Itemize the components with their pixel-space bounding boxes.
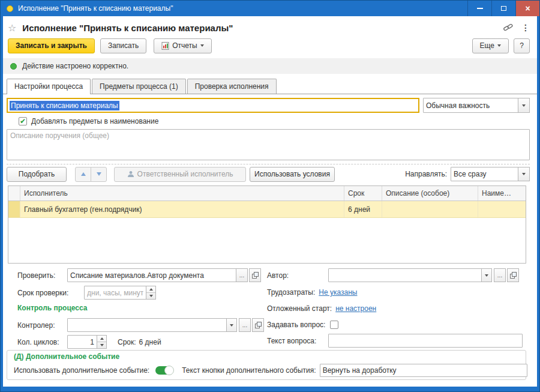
additional-event-button-text-input[interactable] bbox=[320, 364, 527, 377]
status-text: Действие настроено корректно. bbox=[22, 62, 128, 70]
route-dropdown[interactable]: Все сразу bbox=[451, 167, 530, 181]
ask-question-checkbox[interactable] bbox=[330, 321, 338, 329]
controller-select-button[interactable]: ... bbox=[239, 318, 251, 332]
chevron-down-icon bbox=[497, 44, 501, 47]
cell-description[interactable] bbox=[382, 201, 478, 217]
cell-executor[interactable]: Главный бухгалтер (ген.подрядчик) bbox=[20, 201, 344, 217]
minimize-icon bbox=[477, 8, 483, 9]
cycles-spinner[interactable] bbox=[97, 335, 107, 349]
report-icon bbox=[161, 42, 169, 50]
close-button[interactable]: × bbox=[515, 1, 539, 16]
author-input[interactable] bbox=[328, 268, 482, 282]
delayed-start-link[interactable]: не настроен bbox=[335, 304, 376, 313]
form-content: ☆ Исполнение "Принять к списанию материа… bbox=[3, 16, 537, 387]
question-text-input[interactable] bbox=[328, 334, 523, 348]
check-label: Проверить: bbox=[17, 271, 67, 280]
status-bar: Действие настроено корректно. bbox=[3, 58, 537, 74]
more-button-label: Еще bbox=[480, 41, 494, 50]
route-dropdown-button[interactable] bbox=[518, 167, 530, 181]
column-executor[interactable]: Исполнитель bbox=[20, 186, 344, 201]
cell-term[interactable]: 6 дней bbox=[344, 201, 382, 217]
spinner-up-icon bbox=[100, 337, 104, 340]
link-icon[interactable] bbox=[503, 22, 513, 34]
tab-execution-check[interactable]: Проверка исполнения bbox=[187, 79, 277, 94]
table-row[interactable]: Главный бухгалтер (ген.подрядчик) 6 дней bbox=[8, 201, 526, 218]
check-term-input[interactable] bbox=[84, 286, 146, 300]
author-open-icon[interactable] bbox=[507, 268, 519, 282]
cell-name[interactable] bbox=[478, 201, 526, 217]
route-value: Все сразу bbox=[454, 170, 487, 178]
tab-process-settings[interactable]: Настройки процесса bbox=[7, 79, 91, 94]
labor-label: Трудозатраты: bbox=[267, 288, 315, 297]
row-marker bbox=[8, 201, 20, 217]
spinner-down-icon bbox=[149, 295, 153, 297]
app-window: Исполнение "Принять к списанию материалы… bbox=[0, 0, 540, 392]
description-textarea[interactable] bbox=[7, 129, 530, 160]
maximize-button[interactable] bbox=[491, 1, 515, 16]
save-and-close-button[interactable]: Записать и закрыть bbox=[8, 38, 95, 53]
use-additional-event-label: Использовать дополнительное событие: bbox=[14, 366, 149, 375]
arrow-up-icon bbox=[81, 172, 86, 176]
tab-process-subjects[interactable]: Предметы процесса (1) bbox=[92, 79, 186, 94]
check-term-spinner[interactable] bbox=[146, 286, 156, 300]
spinner-down-icon bbox=[100, 344, 104, 346]
column-term[interactable]: Срок bbox=[344, 186, 382, 201]
check-open-icon[interactable] bbox=[249, 268, 261, 282]
chevron-down-icon bbox=[230, 324, 233, 327]
importance-value: Обычная важность bbox=[426, 101, 490, 110]
labor-link[interactable]: Не указаны bbox=[319, 288, 357, 297]
task-name-input[interactable]: Принять к списанию материалы bbox=[7, 98, 419, 113]
person-icon bbox=[127, 170, 134, 178]
chevron-down-icon bbox=[522, 173, 526, 175]
controller-input[interactable] bbox=[67, 318, 227, 332]
minimize-button[interactable] bbox=[467, 1, 491, 16]
question-text-label: Текст вопроса: bbox=[267, 337, 328, 345]
importance-dropdown[interactable]: Обычная важность bbox=[423, 98, 530, 113]
ask-question-label: Задавать вопрос: bbox=[267, 321, 325, 329]
window-titlebar: Исполнение "Принять к списанию материалы… bbox=[1, 1, 539, 16]
additional-event-title: (Д) Дополнительное событие bbox=[14, 352, 119, 361]
help-button[interactable]: ? bbox=[514, 38, 530, 53]
responsible-executor-button[interactable]: Ответственный исполнитель bbox=[114, 167, 246, 182]
status-ok-icon bbox=[10, 63, 17, 70]
save-button[interactable]: Записать bbox=[100, 38, 146, 53]
add-subjects-checkbox[interactable]: ✔ bbox=[19, 117, 27, 125]
kebab-menu-icon[interactable]: ⋮ bbox=[521, 23, 530, 32]
route-label: Направлять: bbox=[405, 170, 447, 178]
executors-table: Исполнитель Срок Описание (особое) Наиме… bbox=[8, 185, 526, 264]
table-empty-area[interactable] bbox=[8, 218, 526, 263]
controller-open-icon[interactable] bbox=[252, 318, 264, 332]
more-button[interactable]: Еще bbox=[472, 38, 509, 53]
use-conditions-button[interactable]: Использовать условия bbox=[250, 167, 335, 182]
cycles-input[interactable] bbox=[67, 335, 97, 349]
chevron-down-icon bbox=[522, 104, 526, 107]
author-select-button[interactable]: ... bbox=[494, 268, 506, 282]
spinner-up-icon bbox=[149, 288, 153, 291]
add-subjects-label: Добавлять предметы в наименование bbox=[31, 117, 158, 125]
page-title: Исполнение "Принять к списанию материалы… bbox=[22, 23, 233, 33]
additional-event-button-text-label: Текст кнопки дополнительного события: bbox=[182, 366, 316, 375]
tab-strip: Настройки процесса Предметы процесса (1)… bbox=[3, 79, 537, 94]
reports-button-label: Отчеты bbox=[172, 41, 197, 50]
checkmark-icon: ✔ bbox=[20, 118, 26, 125]
close-icon: × bbox=[525, 4, 530, 13]
check-input[interactable] bbox=[67, 268, 236, 282]
window-title: Исполнение "Принять к списанию материалы… bbox=[18, 4, 173, 13]
column-name[interactable]: Наиме… bbox=[478, 186, 526, 201]
delayed-start-label: Отложенный старт: bbox=[267, 304, 332, 313]
move-up-button[interactable] bbox=[75, 167, 91, 182]
importance-dropdown-button[interactable] bbox=[518, 98, 530, 113]
pick-executors-button[interactable]: Подобрать bbox=[7, 167, 67, 182]
use-additional-event-toggle[interactable] bbox=[155, 366, 173, 375]
arrow-down-icon bbox=[97, 172, 101, 176]
favorite-star-icon[interactable]: ☆ bbox=[8, 22, 16, 34]
check-select-button[interactable]: ... bbox=[236, 268, 248, 282]
author-dropdown-button[interactable] bbox=[481, 268, 492, 282]
move-down-button[interactable] bbox=[91, 167, 107, 182]
check-term-label: Срок проверки: bbox=[17, 289, 84, 297]
column-description[interactable]: Описание (особое) bbox=[382, 186, 478, 201]
toggle-knob bbox=[164, 366, 174, 375]
controller-dropdown-button[interactable] bbox=[226, 318, 237, 332]
reports-button[interactable]: Отчеты bbox=[154, 38, 211, 53]
chevron-down-icon bbox=[200, 44, 204, 47]
